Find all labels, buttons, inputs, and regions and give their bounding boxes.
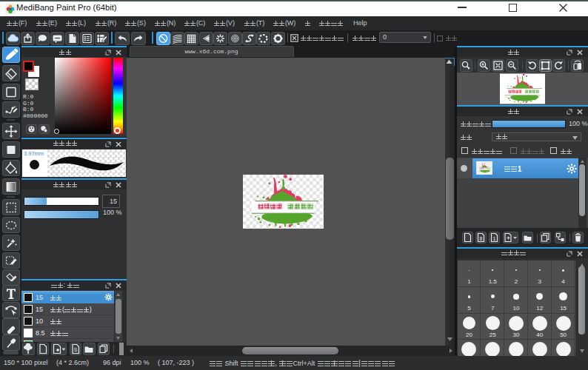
svg-text:8: 8 xyxy=(479,236,482,241)
svg-text:S: S xyxy=(73,347,77,352)
svg-text:1: 1 xyxy=(492,236,495,241)
